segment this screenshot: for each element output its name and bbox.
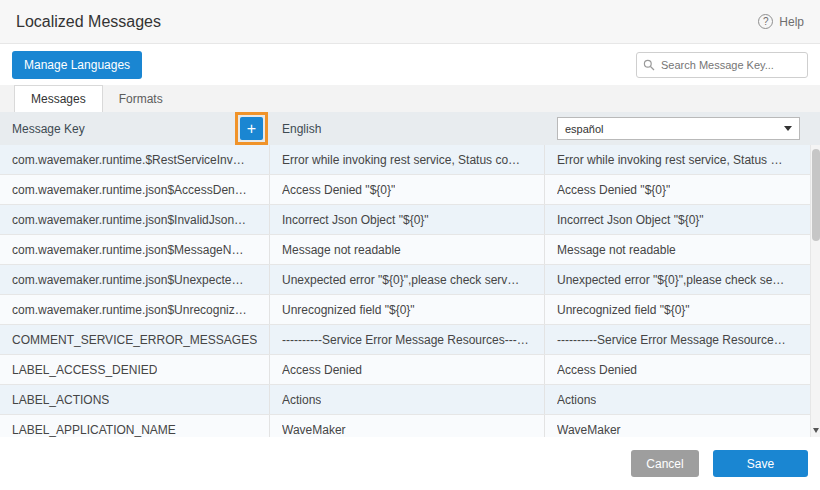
cell-message-key-text: com.wavemaker.runtime.json$Unrecogniz… — [12, 303, 247, 317]
table-row[interactable]: com.wavemaker.runtime.json$Unexpecte…Une… — [0, 265, 820, 295]
table-row[interactable]: com.wavemaker.runtime.json$InvalidJson…I… — [0, 205, 820, 235]
cell-localized[interactable]: Access Denied — [545, 355, 810, 384]
cell-english-text: Access Denied — [282, 363, 362, 377]
cell-message-key[interactable]: LABEL_APPLICATION_NAME — [0, 415, 270, 437]
table-header-row: Message Key + English español — [0, 112, 820, 145]
cell-message-key-text: COMMENT_SERVICE_ERROR_MESSAGES — [12, 333, 257, 347]
cell-localized-text: ----------Service Error Message Resource… — [557, 333, 786, 347]
save-button[interactable]: Save — [713, 450, 808, 477]
cell-localized-text: Error while invoking rest service, Statu… — [557, 153, 782, 167]
cell-english[interactable]: Actions — [270, 385, 545, 414]
cell-message-key-text: com.wavemaker.runtime.$RestServiceInv… — [12, 153, 245, 167]
cell-localized-text: Actions — [557, 393, 596, 407]
cell-english-text: WaveMaker — [282, 423, 346, 437]
triangle-down-icon — [813, 428, 819, 433]
language-select-value: español — [565, 123, 604, 135]
table-row[interactable]: com.wavemaker.runtime.json$MessageN…Mess… — [0, 235, 820, 265]
cell-english[interactable]: Unexpected error "${0}",please check ser… — [270, 265, 545, 294]
cell-english-text: Unexpected error "${0}",please check ser… — [282, 273, 519, 287]
dialog-header: Localized Messages ? Help — [0, 0, 820, 44]
cell-localized-text: Message not readable — [557, 243, 676, 257]
cell-english[interactable]: Unrecognized field "${0}" — [270, 295, 545, 324]
help-label: Help — [779, 15, 804, 29]
cell-localized[interactable]: ----------Service Error Message Resource… — [545, 325, 810, 354]
cell-message-key[interactable]: LABEL_ACTIONS — [0, 385, 270, 414]
cell-message-key[interactable]: com.wavemaker.runtime.json$MessageN… — [0, 235, 270, 264]
cancel-button[interactable]: Cancel — [631, 450, 699, 477]
cell-localized-text: Access Denied "${0}" — [557, 183, 670, 197]
column-header-english: English — [270, 112, 545, 145]
cell-english-text: Incorrect Json Object "${0}" — [282, 213, 429, 227]
table-row[interactable]: LABEL_APPLICATION_NAMEWaveMakerWaveMaker — [0, 415, 820, 437]
cell-message-key[interactable]: com.wavemaker.runtime.json$InvalidJson… — [0, 205, 270, 234]
language-select[interactable]: español — [557, 117, 800, 140]
cell-english-text: Actions — [282, 393, 321, 407]
cell-english-text: Message not readable — [282, 243, 401, 257]
cell-english[interactable]: Access Denied — [270, 355, 545, 384]
vertical-scrollbar[interactable] — [810, 145, 820, 437]
cell-message-key-text: LABEL_ACCESS_DENIED — [12, 363, 157, 377]
cell-english[interactable]: Error while invoking rest service, Statu… — [270, 145, 545, 174]
manage-languages-button[interactable]: Manage Languages — [12, 51, 142, 79]
add-message-key-button[interactable]: + — [240, 117, 263, 140]
cell-english[interactable]: Incorrect Json Object "${0}" — [270, 205, 545, 234]
cell-localized[interactable]: Unrecognized field "${0}" — [545, 295, 810, 324]
table-row[interactable]: com.wavemaker.runtime.json$Unrecogniz…Un… — [0, 295, 820, 325]
cell-message-key[interactable]: COMMENT_SERVICE_ERROR_MESSAGES — [0, 325, 270, 354]
cell-localized[interactable]: Access Denied "${0}" — [545, 175, 810, 204]
tab-messages[interactable]: Messages — [14, 85, 103, 112]
column-header-message-key: Message Key + — [0, 112, 270, 145]
table-row[interactable]: LABEL_ACCESS_DENIEDAccess DeniedAccess D… — [0, 355, 820, 385]
cell-message-key-text: LABEL_ACTIONS — [12, 393, 109, 407]
help-icon: ? — [758, 14, 773, 29]
cell-message-key-text: com.wavemaker.runtime.json$Unexpecte… — [12, 273, 243, 287]
cell-localized[interactable]: Error while invoking rest service, Statu… — [545, 145, 810, 174]
cell-message-key[interactable]: com.wavemaker.runtime.json$AccessDen… — [0, 175, 270, 204]
cell-message-key[interactable]: com.wavemaker.runtime.$RestServiceInv… — [0, 145, 270, 174]
cell-localized-text: Unexpected error "${0}",please check se… — [557, 273, 784, 287]
chevron-down-icon — [784, 126, 792, 131]
tab-bar: Messages Formats — [0, 85, 820, 112]
cell-localized-text: WaveMaker — [557, 423, 621, 437]
cell-english[interactable]: ----------Service Error Message Resource… — [270, 325, 545, 354]
table-body: com.wavemaker.runtime.$RestServiceInv…Er… — [0, 145, 820, 437]
cell-localized-text: Access Denied — [557, 363, 637, 377]
table-row[interactable]: com.wavemaker.runtime.json$AccessDen…Acc… — [0, 175, 820, 205]
cell-english-text: Access Denied "${0}" — [282, 183, 395, 197]
scrollbar-down-arrow[interactable] — [811, 424, 820, 436]
cell-english[interactable]: Access Denied "${0}" — [270, 175, 545, 204]
tab-formats[interactable]: Formats — [103, 85, 179, 112]
cell-message-key-text: com.wavemaker.runtime.json$MessageN… — [12, 243, 243, 257]
cell-message-key-text: LABEL_APPLICATION_NAME — [12, 423, 176, 437]
help-button[interactable]: ? Help — [758, 14, 804, 29]
cell-message-key[interactable]: com.wavemaker.runtime.json$Unrecogniz… — [0, 295, 270, 324]
cell-message-key[interactable]: com.wavemaker.runtime.json$Unexpecte… — [0, 265, 270, 294]
cell-message-key[interactable]: LABEL_ACCESS_DENIED — [0, 355, 270, 384]
column-header-language: español — [545, 112, 810, 145]
search-icon — [643, 59, 655, 71]
cell-english[interactable]: Message not readable — [270, 235, 545, 264]
table-row[interactable]: com.wavemaker.runtime.$RestServiceInv…Er… — [0, 145, 820, 175]
cell-english[interactable]: WaveMaker — [270, 415, 545, 437]
cell-localized[interactable]: WaveMaker — [545, 415, 810, 437]
table-row[interactable]: COMMENT_SERVICE_ERROR_MESSAGES----------… — [0, 325, 820, 355]
cell-english-text: Error while invoking rest service, Statu… — [282, 153, 520, 167]
cell-localized[interactable]: Message not readable — [545, 235, 810, 264]
cell-message-key-text: com.wavemaker.runtime.json$InvalidJson… — [12, 213, 246, 227]
cell-localized[interactable]: Unexpected error "${0}",please check se… — [545, 265, 810, 294]
cell-localized[interactable]: Incorrect Json Object "${0}" — [545, 205, 810, 234]
cell-english-text: Unrecognized field "${0}" — [282, 303, 415, 317]
messages-table: Message Key + English español com.wavema… — [0, 112, 820, 437]
search-input[interactable] — [636, 52, 808, 78]
dialog-footer: Cancel Save — [0, 437, 820, 490]
table-row[interactable]: LABEL_ACTIONSActionsActions — [0, 385, 820, 415]
cell-localized-text: Unrecognized field "${0}" — [557, 303, 690, 317]
toolbar: Manage Languages — [0, 44, 820, 85]
cell-localized-text: Incorrect Json Object "${0}" — [557, 213, 704, 227]
scrollbar-thumb[interactable] — [812, 149, 820, 241]
cell-message-key-text: com.wavemaker.runtime.json$AccessDen… — [12, 183, 247, 197]
cell-localized[interactable]: Actions — [545, 385, 810, 414]
english-header-label: English — [282, 122, 321, 136]
search-box[interactable] — [636, 52, 808, 78]
page-title: Localized Messages — [16, 13, 161, 31]
